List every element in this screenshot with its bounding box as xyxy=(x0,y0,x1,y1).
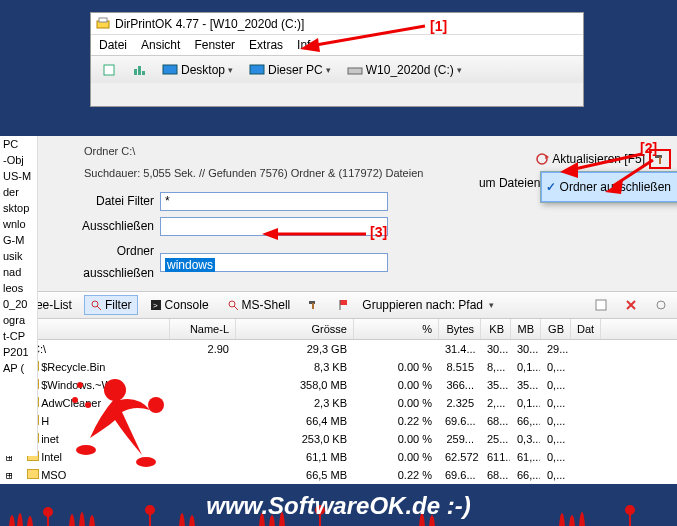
arrow-1 xyxy=(300,24,430,54)
table-row[interactable]: ⊟C:\2.9029,3 GB31.4...30...30...29... xyxy=(0,340,677,358)
svg-line-18 xyxy=(97,306,101,310)
col-size[interactable]: Grösse xyxy=(236,319,354,339)
svg-rect-25 xyxy=(340,300,347,305)
nav-item[interactable]: nad xyxy=(0,264,37,280)
nav-item[interactable]: PC xyxy=(0,136,37,152)
btn-misc-2[interactable] xyxy=(619,296,643,314)
svg-rect-4 xyxy=(138,66,141,75)
menu-ansicht[interactable]: Ansicht xyxy=(141,38,180,52)
nav-item[interactable]: 0_20 xyxy=(0,296,37,312)
btn-flag[interactable] xyxy=(332,296,356,314)
svg-point-28 xyxy=(657,301,665,309)
footer-link[interactable]: www.SoftwareOK.de :-) xyxy=(0,492,677,520)
folder-exclude-input[interactable]: windows xyxy=(160,253,388,272)
hammer-icon xyxy=(308,299,320,311)
svg-rect-27 xyxy=(596,300,606,310)
toolbar-new-icon[interactable] xyxy=(95,60,123,80)
svg-point-40 xyxy=(72,397,78,403)
btn-ms-shell[interactable]: MS-Shell xyxy=(221,295,297,315)
filter-icon xyxy=(90,299,102,311)
nav-item[interactable]: wnlo xyxy=(0,216,37,232)
nav-item[interactable]: P201 xyxy=(0,344,37,360)
arrow-2b xyxy=(605,158,665,198)
svg-rect-6 xyxy=(163,65,177,74)
col-kb[interactable]: KB xyxy=(481,319,511,339)
svg-point-11 xyxy=(537,154,547,164)
refresh-icon xyxy=(535,152,549,166)
shell-icon xyxy=(227,299,239,311)
nav-item[interactable]: G-M xyxy=(0,232,37,248)
menu-fenster[interactable]: Fenster xyxy=(194,38,235,52)
col-name-l[interactable]: Name-L xyxy=(170,319,236,339)
running-man-icon xyxy=(60,370,180,470)
table-header: Name Name-L Grösse % Bytes KB MB GB Dat xyxy=(0,319,677,340)
btn-console[interactable]: > Console xyxy=(144,295,215,315)
svg-point-35 xyxy=(104,379,126,401)
console-icon: > xyxy=(150,299,162,311)
btn-hammer[interactable] xyxy=(302,296,326,314)
crumb-drive[interactable]: W10_2020d (C:)▾ xyxy=(340,60,469,80)
menu-extras[interactable]: Extras xyxy=(249,38,283,52)
left-nav: PC -Obj US-M der sktop wnlo G-M usik nad… xyxy=(0,136,38,456)
label-file-filter: Datei Filter xyxy=(44,190,160,212)
nav-item[interactable]: usik xyxy=(0,248,37,264)
svg-marker-32 xyxy=(605,180,623,194)
nav-item[interactable]: AP ( xyxy=(0,360,37,376)
svg-point-36 xyxy=(148,397,164,413)
flag-icon xyxy=(338,299,350,311)
printer-icon xyxy=(95,16,111,32)
col-percent[interactable]: % xyxy=(354,319,439,339)
check-icon: ✓ xyxy=(546,176,556,198)
col-date[interactable]: Dat xyxy=(571,319,601,339)
window-title: DirPrintOK 4.77 - [W10_2020d (C:)] xyxy=(115,17,304,31)
svg-rect-24 xyxy=(312,303,314,309)
nav-item[interactable]: sktop xyxy=(0,200,37,216)
btn-filter[interactable]: Filter xyxy=(84,295,138,315)
nav-item[interactable]: der xyxy=(0,184,37,200)
btn-misc-3[interactable] xyxy=(649,296,673,314)
svg-rect-1 xyxy=(99,18,107,22)
svg-line-22 xyxy=(234,306,238,310)
label-exclude: Ausschließen xyxy=(44,215,160,237)
svg-point-39 xyxy=(77,382,83,388)
svg-marker-34 xyxy=(262,228,278,240)
nav-item[interactable]: ogra xyxy=(0,312,37,328)
nav-item[interactable]: -Obj xyxy=(0,152,37,168)
col-gb[interactable]: GB xyxy=(541,319,571,339)
col-mb[interactable]: MB xyxy=(511,319,541,339)
svg-point-37 xyxy=(76,445,96,455)
annotation-3: [3] xyxy=(370,224,387,240)
svg-line-31 xyxy=(613,160,653,186)
svg-text:>: > xyxy=(153,301,158,310)
breadcrumb-toolbar: Desktop▾ Dieser PC▾ W10_2020d (C:)▾ xyxy=(91,55,583,83)
nav-item[interactable]: t-CP xyxy=(0,328,37,344)
crumb-this-pc[interactable]: Dieser PC▾ xyxy=(242,60,338,80)
svg-marker-30 xyxy=(560,162,578,178)
svg-point-38 xyxy=(136,457,156,467)
svg-marker-10 xyxy=(300,38,320,52)
annotation-1: [1] xyxy=(430,18,447,34)
svg-rect-5 xyxy=(142,71,145,75)
nav-item[interactable]: leos xyxy=(0,280,37,296)
svg-line-9 xyxy=(310,26,425,46)
svg-rect-8 xyxy=(348,68,362,74)
sub-toolbar: Tree-List Filter > Console MS-Shell Grup… xyxy=(0,291,677,319)
btn-misc-1[interactable] xyxy=(589,296,613,314)
drive-icon xyxy=(347,64,363,76)
nav-item[interactable]: US-M xyxy=(0,168,37,184)
file-filter-input[interactable] xyxy=(160,192,388,211)
arrow-3 xyxy=(262,226,372,242)
toolbar-chart-icon[interactable] xyxy=(125,60,153,80)
pc-icon xyxy=(249,64,265,76)
menu-datei[interactable]: Datei xyxy=(99,38,127,52)
crumb-desktop[interactable]: Desktop▾ xyxy=(155,60,240,80)
svg-rect-3 xyxy=(134,69,137,75)
svg-rect-2 xyxy=(104,65,114,75)
group-label: Gruppieren nach: Pfad xyxy=(362,298,483,312)
svg-point-41 xyxy=(85,402,91,408)
col-bytes[interactable]: Bytes xyxy=(439,319,481,339)
svg-rect-7 xyxy=(250,65,264,74)
label-folder-exclude: Ordner ausschließen xyxy=(44,240,160,284)
monitor-icon xyxy=(162,64,178,76)
